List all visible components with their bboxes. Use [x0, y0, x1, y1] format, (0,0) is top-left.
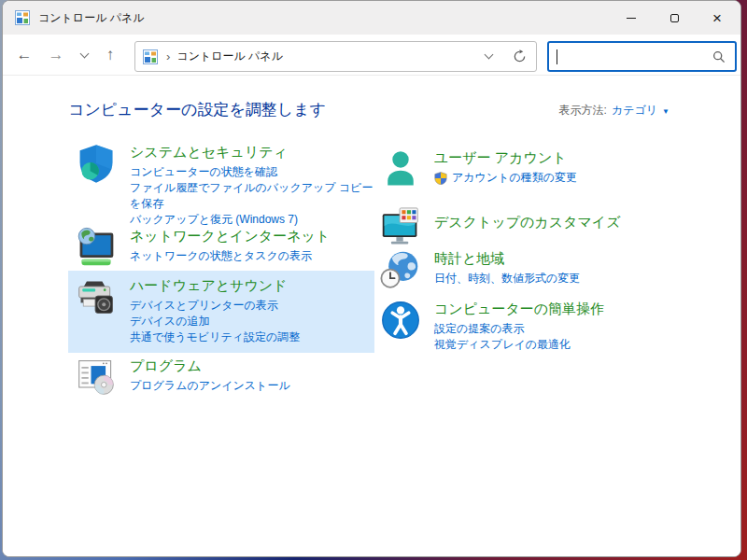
category-clock-region: 時計と地域 日付、時刻、数値形式の変更 — [373, 244, 679, 298]
task-link[interactable]: 設定の提案の表示 — [434, 321, 525, 337]
category-title-user-accounts[interactable]: ユーザー アカウント — [434, 148, 567, 167]
task-link[interactable]: 視覚ディスプレイの最適化 — [434, 337, 571, 353]
control-panel-window: コントロール パネル × ← → ↑ › コントロール パネル — [2, 0, 741, 557]
category-programs: プログラム プログラムのアンインストール — [68, 351, 374, 405]
category-title-network-internet[interactable]: ネットワークとインターネット — [130, 227, 330, 245]
task-link[interactable]: 共通で使うモビリティ設定の調整 — [130, 329, 300, 345]
category-title-clock-region[interactable]: 時計と地域 — [434, 249, 504, 268]
task-link-uac[interactable]: アカウントの種類の変更 — [434, 170, 577, 186]
forward-button[interactable]: → — [44, 35, 68, 76]
uac-shield-icon — [434, 172, 447, 185]
accessibility-icon[interactable] — [380, 300, 421, 341]
task-link[interactable]: ネットワークの状態とタスクの表示 — [130, 248, 312, 264]
monitor-palette-icon[interactable] — [380, 207, 421, 248]
category-hardware-sound[interactable]: ハードウェアとサウンド デバイスとプリンターの表示 デバイスの追加 共通で使うモ… — [68, 271, 374, 353]
maximize-icon — [670, 14, 679, 22]
refresh-button[interactable] — [502, 49, 536, 63]
address-dropdown-icon — [484, 50, 493, 60]
shield-security-icon[interactable] — [76, 143, 117, 184]
back-button[interactable]: ← — [12, 35, 36, 76]
close-icon: × — [712, 10, 722, 26]
user-silhouette-icon[interactable] — [380, 148, 421, 189]
network-monitor-globe-icon[interactable] — [76, 227, 117, 268]
task-link[interactable]: 日付、時刻、数値形式の変更 — [434, 271, 580, 287]
program-window-disc-icon[interactable] — [76, 357, 117, 398]
control-panel-icon — [15, 10, 30, 25]
task-link[interactable]: ファイル履歴でファイルのバックアップ コピーを保存 — [130, 180, 374, 212]
view-by-control[interactable]: 表示方法: カテゴリ ▼ — [559, 103, 669, 119]
breadcrumb-location[interactable]: コントロール パネル — [176, 49, 283, 64]
task-link-label: アカウントの種類の変更 — [452, 170, 577, 186]
address-dropdown-button[interactable] — [474, 55, 502, 58]
task-link[interactable]: デバイスとプリンターの表示 — [130, 298, 278, 314]
view-by-dropdown-icon[interactable]: ▼ — [662, 107, 669, 116]
search-input[interactable] — [547, 41, 737, 72]
refresh-icon — [513, 49, 527, 63]
content-area: コンピューターの設定を調整します 表示方法: カテゴリ ▼ システムとセキュリテ… — [3, 77, 740, 556]
category-ease-of-access: コンピューターの簡単操作 設定の提案の表示 視覚ディスプレイの最適化 — [373, 294, 679, 360]
category-title-system-security[interactable]: システムとセキュリティ — [130, 143, 288, 161]
history-dropdown-button[interactable] — [76, 35, 92, 76]
view-by-label: 表示方法: — [559, 103, 607, 119]
search-icon — [712, 50, 726, 63]
minimize-icon — [627, 18, 636, 19]
category-title-hardware-sound[interactable]: ハードウェアとサウンド — [130, 276, 288, 295]
category-title-ease-of-access[interactable]: コンピューターの簡単操作 — [434, 300, 604, 318]
category-title-desktop-customization[interactable]: デスクトップのカスタマイズ — [434, 213, 621, 231]
text-caret — [557, 49, 557, 64]
maximize-button[interactable] — [653, 1, 696, 35]
category-network-internet: ネットワークとインターネット ネットワークの状態とタスクの表示 — [68, 221, 374, 275]
page-title: コンピューターの設定を調整します — [68, 99, 326, 120]
window-title: コントロール パネル — [38, 10, 145, 26]
close-button[interactable]: × — [696, 1, 739, 35]
up-button[interactable]: ↑ — [98, 35, 122, 76]
task-link[interactable]: デバイスの追加 — [130, 314, 209, 329]
history-chevron-icon — [79, 49, 89, 58]
titlebar: コントロール パネル × — [3, 1, 740, 35]
view-by-value[interactable]: カテゴリ — [612, 103, 657, 119]
printer-speaker-icon[interactable] — [76, 276, 117, 317]
minimize-button[interactable] — [610, 1, 653, 35]
breadcrumb-chevron-icon[interactable]: › — [166, 49, 170, 63]
globe-clock-icon[interactable] — [380, 249, 421, 290]
task-link[interactable]: コンピューターの状態を確認 — [130, 164, 277, 180]
control-panel-icon — [143, 49, 158, 64]
category-user-accounts: ユーザー アカウント アカウントの種類の変更 — [373, 143, 679, 197]
navigation-toolbar: ← → ↑ › コントロール パネル — [3, 35, 740, 76]
task-link[interactable]: プログラムのアンインストール — [130, 378, 290, 394]
address-bar[interactable]: › コントロール パネル — [134, 41, 537, 72]
category-title-programs[interactable]: プログラム — [130, 357, 202, 375]
